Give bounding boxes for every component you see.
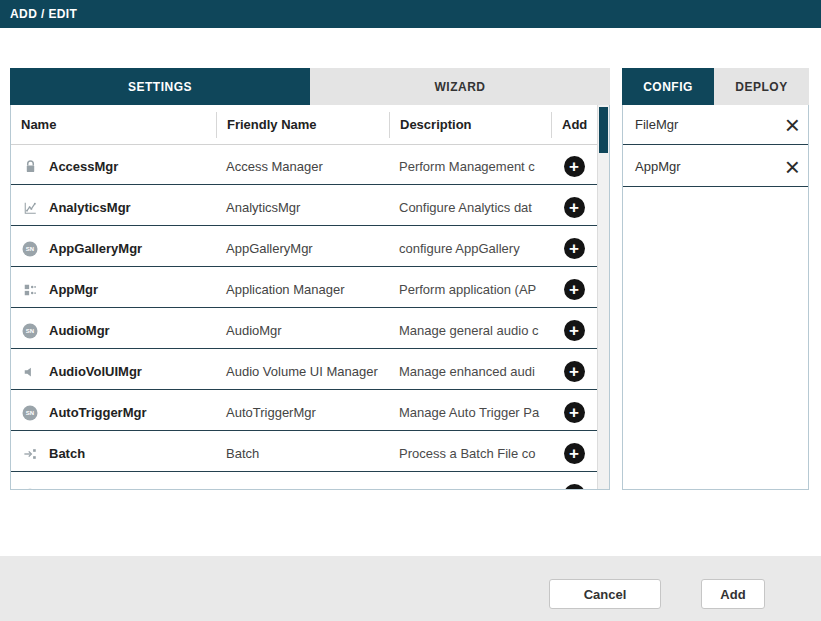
row-name: BatteryMgr bbox=[49, 487, 216, 489]
row-add-cell: + bbox=[551, 361, 597, 382]
tab-deploy[interactable]: DEPLOY bbox=[714, 68, 809, 105]
row-description: configure AppGallery bbox=[389, 241, 551, 256]
row-add-cell: + bbox=[551, 156, 597, 177]
add-row-icon[interactable]: + bbox=[564, 443, 585, 464]
row-friendly-name: Batch bbox=[216, 446, 389, 461]
row-description: Configure Analytics dat bbox=[389, 200, 551, 215]
add-row-icon[interactable]: + bbox=[564, 197, 585, 218]
row-name: AppMgr bbox=[49, 282, 216, 297]
svg-text:SN: SN bbox=[26, 246, 34, 252]
row-add-cell: + bbox=[551, 238, 597, 259]
svg-text:SN: SN bbox=[26, 410, 34, 416]
row-name: AutoTriggerMgr bbox=[49, 405, 216, 420]
sn-badge-icon: SN bbox=[11, 241, 49, 257]
settings-table-body: AccessMgrAccess ManagerPerform Managemen… bbox=[11, 149, 597, 489]
row-add-cell: + bbox=[551, 279, 597, 300]
table-row: AudioVolUIMgrAudio Volume UI ManagerMana… bbox=[11, 354, 597, 390]
table-row: SNAppGalleryMgrAppGalleryMgrconfigure Ap… bbox=[11, 231, 597, 267]
row-add-cell: + bbox=[551, 197, 597, 218]
table-row: AnalyticsMgrAnalyticsMgrConfigure Analyt… bbox=[11, 190, 597, 226]
table-scrollbar[interactable] bbox=[597, 105, 609, 489]
row-description: Manage enhanced audi bbox=[389, 364, 551, 379]
row-name: AppGalleryMgr bbox=[49, 241, 216, 256]
batch-icon bbox=[11, 447, 49, 461]
add-row-icon[interactable]: + bbox=[564, 361, 585, 382]
row-description: Control battery health bbox=[389, 487, 551, 489]
table-row: SNAudioMgrAudioMgrManage general audio c… bbox=[11, 313, 597, 349]
row-name: Batch bbox=[49, 446, 216, 461]
row-friendly-name: AutoTriggerMgr bbox=[216, 405, 389, 420]
row-friendly-name: AnalyticsMgr bbox=[216, 200, 389, 215]
config-list-item: FileMgr× bbox=[623, 105, 808, 145]
config-item-label: FileMgr bbox=[623, 117, 785, 132]
table-header: Name Friendly Name Description Add bbox=[11, 105, 597, 145]
grid-icon bbox=[11, 283, 49, 297]
row-description: Manage Auto Trigger Pa bbox=[389, 405, 551, 420]
svg-text:SN: SN bbox=[26, 328, 34, 334]
row-add-cell: + bbox=[551, 402, 597, 423]
row-add-cell: + bbox=[551, 484, 597, 489]
remove-icon[interactable]: × bbox=[785, 112, 808, 138]
add-row-icon[interactable]: + bbox=[564, 279, 585, 300]
row-description: Perform application (AP bbox=[389, 282, 551, 297]
scrollbar-thumb[interactable] bbox=[599, 107, 608, 153]
cancel-button[interactable]: Cancel bbox=[549, 579, 661, 609]
row-friendly-name: AppGalleryMgr bbox=[216, 241, 389, 256]
column-header-description: Description bbox=[389, 112, 551, 138]
sn-badge-icon: SN bbox=[11, 323, 49, 339]
config-panel: CONFIG DEPLOY FileMgr×AppMgr× bbox=[622, 68, 809, 490]
remove-icon[interactable]: × bbox=[785, 154, 808, 180]
right-panel-tabs: CONFIG DEPLOY bbox=[622, 68, 809, 105]
row-friendly-name: Access Manager bbox=[216, 159, 389, 174]
tab-config[interactable]: CONFIG bbox=[622, 68, 714, 105]
add-row-icon[interactable]: + bbox=[564, 320, 585, 341]
row-friendly-name: Audio Volume UI Manager bbox=[216, 364, 389, 379]
row-name: AnalyticsMgr bbox=[49, 200, 216, 215]
add-row-icon[interactable]: + bbox=[564, 402, 585, 423]
table-row: AppMgrApplication ManagerPerform applica… bbox=[11, 272, 597, 308]
page-title: ADD / EDIT bbox=[10, 7, 77, 21]
lock-icon bbox=[11, 159, 49, 174]
row-name: AccessMgr bbox=[49, 159, 216, 174]
settings-panel: SETTINGS WIZARD Name Friendly Name Descr… bbox=[10, 68, 610, 490]
add-row-icon[interactable]: + bbox=[564, 238, 585, 259]
footer-bar: Cancel Add bbox=[0, 556, 821, 621]
config-item-label: AppMgr bbox=[623, 159, 785, 174]
add-button[interactable]: Add bbox=[701, 579, 765, 609]
column-header-friendly-name: Friendly Name bbox=[216, 112, 389, 138]
left-panel-tabs: SETTINGS WIZARD bbox=[10, 68, 610, 105]
row-name: AudioMgr bbox=[49, 323, 216, 338]
config-list-item: AppMgr× bbox=[623, 147, 808, 187]
config-list: FileMgr×AppMgr× bbox=[622, 105, 809, 490]
row-name: AudioVolUIMgr bbox=[49, 364, 216, 379]
table-row: BatchBatchProcess a Batch File co+ bbox=[11, 436, 597, 472]
row-description: Process a Batch File co bbox=[389, 446, 551, 461]
row-friendly-name: Battery Manager bbox=[216, 487, 389, 489]
row-friendly-name: Application Manager bbox=[216, 282, 389, 297]
row-add-cell: + bbox=[551, 320, 597, 341]
table-row: BatteryMgrBattery ManagerControl battery… bbox=[11, 477, 597, 489]
chart-icon bbox=[11, 201, 49, 215]
add-row-icon[interactable]: + bbox=[564, 484, 585, 489]
row-add-cell: + bbox=[551, 443, 597, 464]
table-row: AccessMgrAccess ManagerPerform Managemen… bbox=[11, 149, 597, 185]
battery-icon bbox=[11, 487, 49, 489]
tab-wizard[interactable]: WIZARD bbox=[310, 68, 610, 105]
column-header-add: Add bbox=[551, 112, 597, 138]
add-row-icon[interactable]: + bbox=[564, 156, 585, 177]
titlebar: ADD / EDIT bbox=[0, 0, 821, 28]
row-description: Perform Management c bbox=[389, 159, 551, 174]
sn-badge-icon: SN bbox=[11, 405, 49, 421]
table-row: SNAutoTriggerMgrAutoTriggerMgrManage Aut… bbox=[11, 395, 597, 431]
row-friendly-name: AudioMgr bbox=[216, 323, 389, 338]
settings-table: Name Friendly Name Description Add Acces… bbox=[10, 105, 610, 490]
speaker-icon bbox=[11, 365, 49, 379]
tab-settings[interactable]: SETTINGS bbox=[10, 68, 310, 105]
row-description: Manage general audio c bbox=[389, 323, 551, 338]
column-header-name: Name bbox=[11, 112, 216, 138]
